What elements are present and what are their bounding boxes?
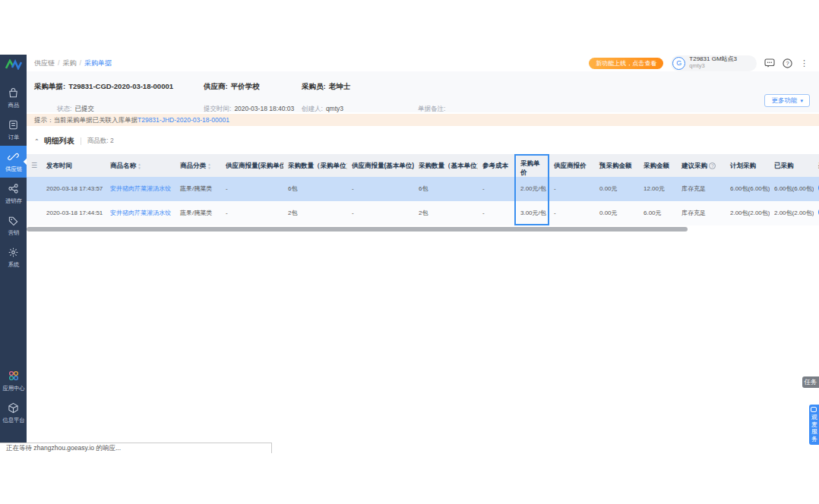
sidebar-item-goods[interactable]: 商品 [0, 82, 27, 114]
status-cell [814, 201, 819, 225]
supplier-qty-cell: - [221, 201, 283, 225]
reference-cost-cell: - [478, 177, 514, 201]
creator-value: qmty3 [326, 105, 343, 112]
help-icon[interactable]: ? [709, 162, 716, 169]
user-menu[interactable]: G T29831 GM站点3 qmty3 [671, 55, 757, 71]
main-content: 供应链 / 采购 / 采购单据 新功能上线，点击查看 G T29831 GM站点… [27, 55, 819, 443]
col-supplier-qty-base-unit: 供应商报量(基本单位) [347, 154, 414, 177]
linked-order-link[interactable]: T29831-JHD-2020-03-18-00001 [138, 116, 229, 124]
drag-column-header: ☰ [27, 154, 42, 177]
supplier-value: 平价学校 [231, 82, 260, 90]
purchase-price-cell: 3.00元/包 [514, 201, 549, 225]
supplier-qty-cell: - [221, 177, 283, 201]
status-cell [814, 177, 819, 201]
product-name-cell: 安井猪肉芹菜灌汤水饺 [106, 177, 176, 201]
creator-label: 创建人: [302, 105, 323, 112]
col-clipped: 采 [814, 154, 819, 177]
sidebar-item-marketing[interactable]: 营销 [0, 209, 27, 241]
product-name-cell: 安井猪肉芹菜灌汤水饺 [106, 201, 176, 225]
task-badge[interactable]: 任务 [802, 376, 819, 388]
kebab-menu-icon[interactable]: ⋮ [800, 59, 808, 67]
svg-text:?: ? [786, 60, 789, 67]
sidebar-item-inventory[interactable]: 进销存 [0, 178, 27, 209]
col-purchased: 已采购 [770, 154, 814, 177]
col-category[interactable]: 商品分类▲▼ [176, 154, 221, 177]
remark-label: 单据备注: [418, 105, 445, 112]
pre-purchase-amount-cell: 0.00元 [595, 177, 639, 201]
more-actions-button[interactable]: 更多功能 ▾ [764, 94, 810, 107]
status-label: 状态: [57, 105, 71, 112]
sidebar-item-label: 供应链 [5, 165, 21, 172]
submit-time-label: 提交时间: [204, 105, 231, 112]
linked-order-hint: 提示：当前采购单据已关联入库单据T29831-JHD-2020-03-18-00… [27, 114, 819, 126]
supplier-qty-base-cell: - [347, 201, 414, 225]
avatar: G [672, 57, 685, 70]
horizontal-scrollbar[interactable] [27, 226, 819, 232]
chevron-down-icon: ▾ [800, 95, 803, 106]
table-row[interactable]: 2020-03-18 17:44:51 安井猪肉芹菜灌汤水饺 蔬果/腌菜类 - … [27, 201, 819, 225]
sidebar-item-label: 进销存 [5, 197, 21, 204]
purchase-amount-cell: 6.00元 [639, 201, 677, 225]
gear-icon [8, 247, 19, 258]
purchase-amount-cell: 12.00元 [639, 177, 677, 201]
browser-status-text: 正在等待 zhangzhou.goeasy.io 的响应... [0, 443, 272, 453]
scrollbar-thumb[interactable] [27, 227, 688, 232]
col-purchase-qty-purchase-unit: 采购数量（采购单位） [283, 154, 347, 177]
sidebar-item-label: 应用中心 [2, 384, 24, 392]
pre-purchase-amount-cell: 0.00元 [595, 201, 639, 225]
app-center-icon [8, 370, 20, 382]
purchased-cell: 2.00包(2.00包) [770, 201, 814, 225]
sort-icon[interactable]: ▲▼ [138, 162, 141, 170]
purchased-cell: 6.00包(6.00包) [770, 177, 814, 201]
chat-icon [811, 407, 817, 412]
col-purchase-price-highlighted: 采购单价? [514, 154, 549, 177]
service-side-tab[interactable]: 观麦服务 [809, 405, 819, 445]
drag-cell[interactable] [27, 177, 42, 201]
collapse-icon[interactable]: ⌃ [34, 138, 40, 145]
sidebar-item-info-platform[interactable]: 信息平台 [0, 397, 27, 429]
drag-handle-icon: ☰ [31, 162, 37, 169]
col-purchase-qty-base-unit: 采购数量（基本单位） [414, 154, 478, 177]
bag-icon [8, 87, 19, 99]
sidebar-item-supply-chain[interactable]: 供应链 [0, 146, 27, 178]
planned-purchase-cell: 6.00包(6.00包) [726, 177, 770, 201]
breadcrumb-supply-chain[interactable]: 供应链 [34, 58, 55, 68]
supplier-quote-cell: - [549, 177, 595, 201]
sidebar-item-orders[interactable]: 订单 [0, 114, 27, 146]
sidebar-item-label: 系统 [8, 260, 19, 268]
col-supplier-qty-purchase-unit: 供应商报量(采购单位) [221, 154, 283, 177]
sidebar-item-system[interactable]: 系统 [0, 241, 27, 273]
buyer-value: 老坤士 [329, 82, 351, 90]
publish-time-cell: 2020-03-18 17:43:57 [42, 177, 106, 201]
sidebar-item-label: 营销 [8, 228, 19, 236]
purchase-qty-base-cell: 6包 [414, 177, 478, 201]
breadcrumb-purchase[interactable]: 采购 [63, 58, 77, 68]
sidebar-item-app-center[interactable]: 应用中心 [0, 364, 27, 397]
product-link[interactable]: 安井猪肉芹菜灌汤水饺 [110, 209, 171, 216]
inventory-icon [8, 183, 19, 194]
status-value: 已提交 [74, 105, 94, 112]
new-feature-banner[interactable]: 新功能上线，点击查看 [589, 58, 663, 69]
sidebar-item-label: 订单 [8, 133, 19, 140]
col-pre-purchase-amount: 预采购金额 [595, 154, 639, 177]
order-no-label: 采购单据: [34, 82, 65, 90]
service-tab-label: 观麦服务 [811, 414, 818, 443]
sidebar: 商品 订单 供应链 进销存 [0, 55, 27, 443]
purchase-price-cell: 2.00元/包 [514, 177, 549, 201]
sidebar-item-label: 信息平台 [2, 416, 24, 424]
sort-icon[interactable]: ▲▼ [207, 162, 211, 170]
col-purchase-amount: 采购金额 [639, 154, 677, 177]
top-bar: 供应链 / 采购 / 采购单据 新功能上线，点击查看 G T29831 GM站点… [27, 55, 819, 71]
order-icon [8, 119, 19, 131]
message-icon[interactable] [764, 58, 775, 68]
purchase-qty-base-cell: 2包 [414, 201, 478, 225]
help-icon[interactable]: ? [783, 58, 792, 68]
table-row[interactable]: 2020-03-18 17:43:57 安井猪肉芹菜灌汤水饺 蔬果/腌菜类 - … [27, 177, 819, 201]
purchase-qty-cell: 6包 [283, 177, 347, 201]
product-link[interactable]: 安井猪肉芹菜灌汤水饺 [110, 185, 171, 192]
col-suggested-purchase: 建议采购 ? [677, 154, 726, 177]
user-name: qmty3 [689, 63, 737, 69]
col-product-name[interactable]: 商品名称▲▼ [106, 154, 176, 177]
suggested-purchase-cell: 库存充足 [677, 201, 726, 225]
drag-cell[interactable] [27, 201, 42, 225]
